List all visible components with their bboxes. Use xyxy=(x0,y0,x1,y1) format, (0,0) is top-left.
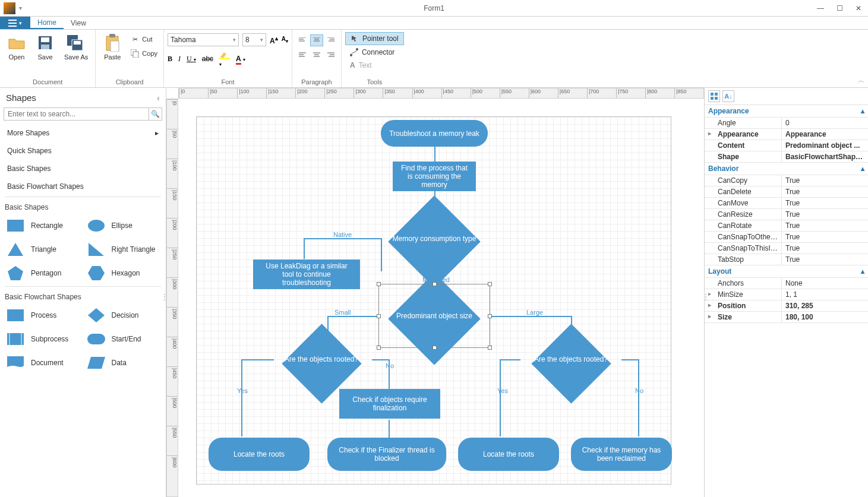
qat-dropdown-icon[interactable]: ▾ xyxy=(19,5,22,11)
prop-categorize-button[interactable] xyxy=(708,90,720,102)
prop-row[interactable]: CanDeleteTrue xyxy=(705,186,868,198)
saveas-button[interactable]: Save As xyxy=(61,31,91,63)
font-size-select[interactable]: 8 xyxy=(242,33,266,46)
prop-row[interactable]: MinSize1, 1 xyxy=(705,289,868,300)
prop-row[interactable]: CanSnapToThisItemTrue xyxy=(705,243,868,254)
highlight-button[interactable]: ▾ xyxy=(219,50,230,68)
prop-row[interactable]: CanMoveTrue xyxy=(705,198,868,209)
shape-ellipse[interactable]: Ellipse xyxy=(83,214,164,238)
prop-row[interactable]: Angle0 xyxy=(705,118,868,129)
cut-button[interactable]: ✂Cut xyxy=(128,33,160,45)
prop-cat-layout[interactable]: Layout▴ xyxy=(705,265,868,278)
node-process[interactable]: Check if objects require finalization xyxy=(339,389,440,419)
font-color-button[interactable]: A ▾ xyxy=(236,55,245,63)
paste-button[interactable]: Paste xyxy=(99,31,125,63)
shapes-search-input[interactable] xyxy=(4,107,149,121)
prop-row[interactable]: CanSnapToOtherItemsTrue xyxy=(705,232,868,243)
prop-cat-behavior[interactable]: Behavior▴ xyxy=(705,163,868,175)
connector[interactable] xyxy=(638,359,639,436)
italic-button[interactable]: I xyxy=(178,55,181,64)
shape-subprocess[interactable]: Subprocess xyxy=(2,327,83,351)
connector[interactable] xyxy=(434,147,435,162)
strike-button[interactable]: abc xyxy=(202,55,213,63)
align-top-center-button[interactable] xyxy=(310,34,323,46)
node-process[interactable]: Find the process that is consuming the m… xyxy=(393,162,476,191)
save-button[interactable]: Save xyxy=(32,31,58,63)
pointer-tool-button[interactable]: Pointer tool xyxy=(345,32,404,45)
tab-view[interactable]: View xyxy=(64,17,93,29)
text-icon: A xyxy=(350,61,355,69)
connector-tool-button[interactable]: Connector xyxy=(345,46,399,58)
node-process[interactable]: Use LeakDiag or a similar tool to contin… xyxy=(253,259,360,289)
connector[interactable] xyxy=(241,359,242,436)
prop-row[interactable]: TabStopTrue xyxy=(705,254,868,265)
node-decision[interactable]: Are the objects rooted? xyxy=(268,335,375,383)
diagram-page[interactable]: Native Managed Small Large Yes No Yes No… xyxy=(196,116,671,485)
align-mid-center-button[interactable] xyxy=(310,49,323,61)
minimize-button[interactable]: — xyxy=(811,0,830,17)
shrink-font-button[interactable]: A▾ xyxy=(282,36,288,44)
connector[interactable] xyxy=(327,316,381,317)
node-decision[interactable]: Memory consumption type xyxy=(381,209,488,268)
prop-row[interactable]: AppearanceAppearance xyxy=(705,129,868,140)
prop-row[interactable]: ContentPredominant object ... xyxy=(705,140,868,151)
shape-process[interactable]: Process xyxy=(2,303,83,327)
node-terminator[interactable]: Check if the memory has been reclaimed xyxy=(571,438,672,471)
font-family-select[interactable]: Tahoma xyxy=(168,33,239,46)
connector[interactable] xyxy=(389,420,390,438)
align-mid-right-button[interactable] xyxy=(324,49,337,61)
prop-row[interactable]: AnchorsNone xyxy=(705,278,868,289)
tab-home[interactable]: Home xyxy=(30,17,64,29)
close-button[interactable]: ✕ xyxy=(849,0,868,17)
connector[interactable] xyxy=(304,238,382,239)
prop-row[interactable]: Position310, 285 xyxy=(705,300,868,312)
ribbon-collapse-button[interactable]: ︿ xyxy=(858,76,864,85)
nav-quick-shapes[interactable]: Quick Shapes xyxy=(0,142,166,160)
chevron-right-icon: ▸ xyxy=(155,129,159,137)
node-terminator[interactable]: Check if the Finalizer thread is blocked xyxy=(327,438,446,471)
connector[interactable] xyxy=(488,316,571,317)
shape-decision[interactable]: Decision xyxy=(83,303,164,327)
connector-label: No xyxy=(635,387,643,394)
prop-row[interactable]: ShapeBasicFlowchartShape... xyxy=(705,151,868,163)
open-button[interactable]: Open xyxy=(4,31,30,63)
underline-button[interactable]: U ▾ xyxy=(187,55,196,64)
maximize-button[interactable]: ☐ xyxy=(830,0,849,17)
nav-basic-shapes[interactable]: Basic Shapes xyxy=(0,160,166,178)
copy-button[interactable]: Copy xyxy=(128,48,160,59)
prop-sort-button[interactable]: A↓ xyxy=(722,90,734,102)
nav-flowchart-shapes[interactable]: Basic Flowchart Shapes xyxy=(0,178,166,195)
canvas[interactable]: Native Managed Small Large Yes No Yes No… xyxy=(178,99,704,497)
bold-button[interactable]: B xyxy=(168,55,172,64)
file-tab[interactable]: ▾ xyxy=(0,17,30,29)
node-terminator[interactable]: Locate the roots xyxy=(209,438,310,471)
prop-row[interactable]: CanRotateTrue xyxy=(705,220,868,232)
open-icon xyxy=(7,33,26,52)
align-mid-left-button[interactable] xyxy=(296,49,309,61)
shape-triangle[interactable]: Triangle xyxy=(2,238,83,261)
connector[interactable] xyxy=(304,238,305,259)
align-top-left-button[interactable] xyxy=(296,34,309,46)
shape-document[interactable]: Document xyxy=(2,351,83,375)
connector[interactable] xyxy=(500,359,501,436)
node-start[interactable]: Troubleshoot a memory leak xyxy=(381,120,488,147)
shape-startend[interactable]: Start/End xyxy=(83,327,164,351)
node-terminator[interactable]: Locate the roots xyxy=(458,438,559,471)
prop-cat-appearance[interactable]: Appearance▴ xyxy=(705,105,868,118)
svg-rect-17 xyxy=(7,220,24,232)
align-top-right-button[interactable] xyxy=(324,34,337,46)
search-go-button[interactable]: 🔍 xyxy=(149,107,162,121)
text-tool-button[interactable]: A Text xyxy=(345,59,377,71)
shape-data[interactable]: Data xyxy=(83,351,164,375)
node-decision[interactable]: Are the objects rooted? xyxy=(517,335,624,383)
prop-row[interactable]: CanResizeTrue xyxy=(705,209,868,220)
shape-rectangle[interactable]: Rectangle xyxy=(2,214,83,238)
prop-row[interactable]: Size180, 100 xyxy=(705,312,868,323)
shape-right-triangle[interactable]: Right Triangle xyxy=(83,238,164,261)
shape-hexagon[interactable]: Hexagon xyxy=(83,261,164,285)
shape-pentagon[interactable]: Pentagon xyxy=(2,261,83,285)
grow-font-button[interactable]: A▴ xyxy=(270,35,278,45)
shapes-collapse-button[interactable]: ‹ xyxy=(157,93,160,103)
prop-row[interactable]: CanCopyTrue xyxy=(705,175,868,186)
nav-more-shapes[interactable]: More Shapes▸ xyxy=(0,124,166,142)
